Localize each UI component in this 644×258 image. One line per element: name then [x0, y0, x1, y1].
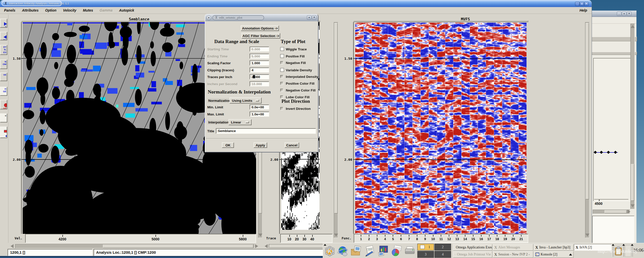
close-icon[interactable]: × — [627, 12, 631, 16]
close-icon[interactable]: × — [312, 15, 316, 20]
velocity-pick-marker[interactable] — [614, 151, 617, 154]
kmail-button[interactable] — [350, 245, 361, 257]
starting-time-field[interactable]: 0.000 — [250, 47, 269, 52]
gather-hscroll-thumb[interactable] — [269, 245, 331, 248]
apply-button[interactable]: Apply — [254, 142, 267, 148]
gather-scroll-left-icon[interactable] — [265, 244, 268, 248]
menu-velocity[interactable]: Velocity — [63, 8, 76, 12]
main-titlebar[interactable]: X Interactive Velocity Analysis Version … — [0, 0, 592, 7]
ok-button[interactable]: OK — [222, 142, 234, 148]
mvfs-tick-labels: 123456789101112131415161718192021 — [358, 237, 524, 241]
cancel-button[interactable]: Cancel — [285, 142, 299, 148]
function-plot-area[interactable] — [593, 58, 631, 201]
normalization-dropdown[interactable]: Using Limits — [229, 98, 262, 104]
maximize-icon[interactable]: ▲ — [580, 2, 584, 6]
traces-per-inch-field[interactable]: 2.000 — [250, 74, 269, 79]
lobe-color-fill-checkbox[interactable] — [280, 95, 283, 99]
kwrite-button[interactable] — [365, 245, 376, 257]
pager-desktop-4[interactable]: 4 — [434, 251, 451, 258]
semblance-hscroll-thumb[interactable] — [103, 245, 253, 248]
maximize-icon[interactable]: ▲ — [307, 15, 311, 20]
wiggle-trace-checkbox[interactable] — [280, 47, 284, 51]
positive-fill-checkbox[interactable] — [280, 54, 284, 58]
pager-desktop-2[interactable]: 2 — [434, 244, 451, 250]
window-menu-icon[interactable]: ▼ — [206, 15, 211, 20]
toolbar-button-cancel[interactable]: cel 11 — [0, 100, 7, 109]
kspread-button[interactable] — [391, 245, 402, 257]
negative-color-fill-checkbox[interactable] — [280, 89, 283, 92]
toolbar-button-prev[interactable]: EV — [0, 32, 7, 40]
task-session-new-ivp[interactable]: X Session - New IVP 2 - — [493, 251, 533, 258]
dialog-titlebar[interactable]: ▼ X edit_seismic_plot ▲ × — [205, 14, 318, 21]
clipping-traces-field[interactable]: 4 — [250, 68, 269, 73]
velocity-pick-marker[interactable] — [600, 151, 603, 154]
rw-scroll-down-icon[interactable] — [631, 204, 635, 207]
interpolation-dropdown[interactable]: Linear — [228, 119, 252, 125]
menu-mutes[interactable]: Mutes — [83, 8, 93, 12]
toolbar-button-pick[interactable]: P — [0, 126, 7, 138]
kde-start-button[interactable]: K — [324, 245, 335, 257]
rw-scroll-right-icon[interactable] — [627, 210, 630, 214]
close-icon[interactable]: × — [584, 2, 589, 6]
gather-vertical-scrollbar[interactable] — [334, 22, 338, 238]
more-tasks-icon[interactable] — [569, 253, 572, 255]
printer-button[interactable] — [404, 245, 415, 257]
menu-help[interactable]: Help — [580, 8, 587, 12]
task-omega-job-printout[interactable]: Omega Job Printout Vie — [453, 251, 492, 258]
mvfs-scroll-down-icon[interactable] — [585, 234, 589, 237]
mvfs-vertical-scrollbar[interactable] — [585, 22, 589, 238]
toolbar-button-page[interactable]: O GE — [0, 87, 7, 96]
agc-filter-selection-button[interactable]: AGC Filter Selection -> — [242, 33, 280, 39]
maximize-icon[interactable]: ▲ — [622, 12, 626, 16]
toolbar-button-unzoom[interactable]: N OM — [0, 59, 7, 69]
mvfs-plot-canvas[interactable] — [355, 23, 527, 234]
background-window[interactable]: _ ▲ × 4500 — [590, 11, 636, 247]
negative-fill-checkbox[interactable] — [280, 61, 283, 64]
rw-scroll-up-icon[interactable] — [631, 25, 635, 28]
rw-hscroll-thumb[interactable] — [605, 210, 627, 213]
konqueror-globe-button[interactable] — [337, 245, 348, 257]
minimize-icon[interactable]: _ — [575, 2, 580, 6]
gather-scroll-down-icon[interactable] — [334, 234, 338, 237]
min-limit-field[interactable]: 0.0e+00 — [250, 105, 269, 110]
gather-vscroll-thumb[interactable] — [334, 23, 338, 213]
minimize-icon[interactable]: _ — [617, 12, 621, 16]
menu-gamma[interactable]: Gamma — [100, 8, 112, 12]
toolbar-button-save[interactable]: VE — [0, 73, 7, 81]
inches-per-second-field[interactable]: 10.000 — [250, 81, 269, 86]
variable-density-checkbox[interactable] — [280, 68, 284, 72]
toolbar-button-next[interactable]: T — [0, 19, 7, 28]
invert-direction-checkbox[interactable] — [280, 107, 283, 110]
ending-time-field[interactable]: 5.000 — [250, 54, 269, 59]
max-limit-field[interactable]: 1.0e+00 — [250, 112, 269, 117]
interpolated-density-checkbox[interactable] — [280, 75, 283, 78]
semblance-horizontal-scrollbar[interactable] — [15, 244, 255, 248]
kchart-button[interactable] — [378, 245, 389, 257]
pager-desktop-1[interactable]: 1 — [417, 244, 434, 250]
mvfs-vscroll-thumb[interactable] — [586, 23, 589, 199]
background-window-titlebar[interactable]: _ ▲ × — [591, 11, 636, 17]
semblance-scroll-down-icon[interactable] — [258, 234, 262, 237]
task-inva-launcher[interactable]: X Inva - Launcher [hp3] — [534, 244, 574, 251]
rw-horizontal-scrollbar[interactable] — [593, 210, 630, 214]
toolbar-button-o[interactable]: o — [0, 113, 7, 122]
title-field[interactable]: Semblance — [216, 128, 316, 134]
semblance-scroll-left-icon[interactable] — [11, 244, 14, 248]
velocity-pick-marker[interactable] — [607, 151, 610, 154]
rw-vscroll-thumb[interactable] — [631, 164, 634, 201]
toolbar-button-set-min-maxes[interactable]: ET N. ES — [0, 45, 7, 55]
menu-autopick[interactable]: Autopick — [119, 8, 134, 12]
task-omega-applications[interactable]: Ω Omega Applications Exec — [453, 244, 492, 251]
annotation-options-button[interactable]: Annotation Options -> — [241, 25, 279, 31]
task-alert-messages[interactable]: X Alert Messages — [493, 244, 533, 251]
semblance-scroll-right-icon[interactable] — [255, 244, 258, 248]
task-konsole[interactable]: Konsole [2] — [534, 251, 574, 258]
menu-option[interactable]: Option — [45, 8, 56, 12]
rw-vertical-scrollbar[interactable] — [630, 24, 635, 209]
positive-color-fill-checkbox[interactable] — [280, 82, 283, 85]
scaling-factor-field[interactable]: 1.000 — [250, 60, 269, 66]
pager-desktop-3[interactable]: 3 — [417, 251, 434, 258]
menu-panels[interactable]: Panels — [4, 8, 15, 12]
menu-attributes[interactable]: Attributes — [22, 8, 38, 12]
velocity-pick-marker[interactable] — [594, 151, 597, 154]
